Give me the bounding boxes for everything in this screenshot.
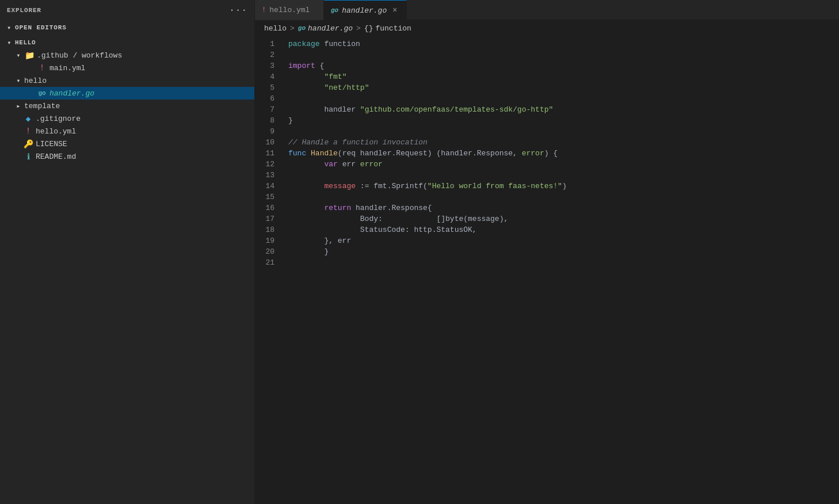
line-num-13: 13 <box>255 170 284 181</box>
breadcrumb-braces: {} <box>364 24 373 33</box>
line-num-4: 4 <box>255 71 284 82</box>
line-num-19: 19 <box>255 235 284 246</box>
breadcrumb-folder: hello <box>264 24 287 33</box>
main-yml-label: main.yml <box>49 64 85 72</box>
handler-go-label: handler.go <box>49 89 94 98</box>
breadcrumb-file: handler.go <box>308 24 353 33</box>
line-content-19: }, err <box>284 235 839 246</box>
line-num-20: 20 <box>255 246 284 257</box>
code-line-13: 13 <box>255 170 839 181</box>
sidebar-item-main-yml[interactable]: ! main.yml <box>0 62 254 74</box>
breadcrumb-sep2: > <box>356 24 361 33</box>
handler-go-tab-icon: go <box>331 7 338 14</box>
line-num-16: 16 <box>255 203 284 213</box>
code-line-9: 9 <box>255 126 839 137</box>
code-line-17: 17 Body: []byte(message), <box>255 213 839 224</box>
sidebar-item-hello-folder[interactable]: hello <box>0 74 254 87</box>
open-editors-header[interactable]: OPEN EDITORS <box>0 21 254 34</box>
code-editor[interactable]: 1 package function 2 3 import { 4 "fmt" … <box>255 36 839 504</box>
line-num-9: 9 <box>255 126 284 137</box>
handler-go-tab-label: handler.go <box>342 6 387 15</box>
line-num-15: 15 <box>255 192 284 203</box>
line-num-18: 18 <box>255 224 284 235</box>
line-content-4: "fmt" <box>284 71 839 82</box>
code-line-1: 1 package function <box>255 39 839 49</box>
sidebar-item-license[interactable]: 🔑 LICENSE <box>0 138 254 150</box>
hello-yml-tab-icon: ! <box>262 6 266 14</box>
open-editors-section: OPEN EDITORS <box>0 20 254 35</box>
open-editors-label: OPEN EDITORS <box>15 24 67 31</box>
code-line-11: 11 func Handle(req handler.Request) (han… <box>255 148 839 159</box>
line-num-1: 1 <box>255 39 284 49</box>
sidebar-item-gitignore[interactable]: ◆ .gitignore <box>0 112 254 125</box>
open-editors-chevron <box>5 23 14 32</box>
breadcrumb-func: function <box>375 24 411 33</box>
breadcrumb-go-icon: go <box>298 25 306 32</box>
line-content-17: Body: []byte(message), <box>284 213 839 224</box>
gitignore-icon: ◆ <box>23 113 33 124</box>
hello-yml-icon: ! <box>23 126 33 136</box>
hello-folder-chevron <box>14 76 23 85</box>
sidebar-item-github-workflows[interactable]: 📁 .github / workflows <box>0 49 254 62</box>
code-line-14: 14 message := fmt.Sprintf("Hello world f… <box>255 181 839 192</box>
code-line-7: 7 handler "github.com/openfaas/templates… <box>255 104 839 115</box>
line-num-12: 12 <box>255 159 284 170</box>
line-content-14: message := fmt.Sprintf("Hello world from… <box>284 181 839 192</box>
line-num-3: 3 <box>255 60 284 71</box>
code-line-6: 6 <box>255 93 839 104</box>
sidebar: EXPLORER ··· OPEN EDITORS HELLO 📁 .githu… <box>0 0 255 504</box>
tab-handler-go[interactable]: go handler.go × <box>324 0 407 20</box>
line-content-12: var err error <box>284 159 839 170</box>
code-line-21: 21 <box>255 257 839 268</box>
github-workflows-label: .github / workflows <box>37 51 122 60</box>
code-line-2: 2 <box>255 49 839 60</box>
code-line-5: 5 "net/http" <box>255 82 839 93</box>
line-content-3: import { <box>284 60 839 71</box>
sidebar-item-hello[interactable]: HELLO <box>0 36 254 49</box>
tab-hello-yml[interactable]: ! hello.yml <box>255 0 324 20</box>
gitignore-label: .gitignore <box>36 114 81 123</box>
hello-folder-name: hello <box>24 77 47 85</box>
line-content-1: package function <box>284 39 839 49</box>
line-content-8: } <box>284 115 839 126</box>
tab-bar: ! hello.yml go handler.go × <box>255 0 839 20</box>
hello-yml-label: hello.yml <box>36 127 76 136</box>
readme-label: README.md <box>36 152 76 161</box>
line-num-11: 11 <box>255 148 284 159</box>
sidebar-item-template[interactable]: template <box>0 100 254 112</box>
code-line-4: 4 "fmt" <box>255 71 839 82</box>
line-content-20: } <box>284 246 839 257</box>
sidebar-more-button[interactable]: ··· <box>229 5 247 16</box>
line-content-18: StatusCode: http.StatusOK, <box>284 224 839 235</box>
code-line-10: 10 // Handle a function invocation <box>255 137 839 148</box>
license-icon: 🔑 <box>23 139 33 149</box>
sidebar-item-hello-yml[interactable]: ! hello.yml <box>0 125 254 138</box>
code-line-18: 18 StatusCode: http.StatusOK, <box>255 224 839 235</box>
tab-close-button[interactable]: × <box>390 6 399 15</box>
line-num-2: 2 <box>255 49 284 60</box>
line-num-6: 6 <box>255 93 284 104</box>
editor-area: ! hello.yml go handler.go × hello > go h… <box>255 0 839 504</box>
folder-icon: 📁 <box>24 50 35 60</box>
line-num-10: 10 <box>255 137 284 148</box>
line-content-7: handler "github.com/openfaas/templates-s… <box>284 104 839 115</box>
line-num-17: 17 <box>255 213 284 224</box>
line-content-10: // Handle a function invocation <box>284 137 839 148</box>
template-label: template <box>24 102 60 110</box>
hello-folder-label: HELLO <box>15 39 36 46</box>
line-content-16: return handler.Response{ <box>284 203 839 213</box>
template-chevron <box>14 101 23 110</box>
sidebar-item-readme[interactable]: ℹ README.md <box>0 150 254 163</box>
hello-yml-tab-label: hello.yml <box>269 6 310 14</box>
code-line-16: 16 return handler.Response{ <box>255 203 839 213</box>
breadcrumb: hello > go handler.go > {} function <box>255 20 839 36</box>
license-label: LICENSE <box>36 140 67 148</box>
github-workflows-chevron <box>14 51 23 60</box>
hello-chevron <box>5 38 14 47</box>
line-num-5: 5 <box>255 82 284 93</box>
code-line-12: 12 var err error <box>255 159 839 170</box>
sidebar-item-handler-go[interactable]: go handler.go <box>0 87 254 100</box>
line-num-14: 14 <box>255 181 284 192</box>
sidebar-header: EXPLORER ··· <box>0 0 254 20</box>
line-num-21: 21 <box>255 257 284 268</box>
